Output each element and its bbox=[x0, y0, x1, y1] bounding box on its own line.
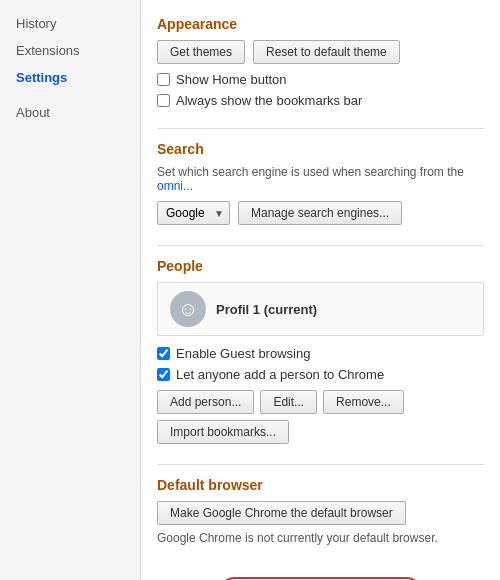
profile-card: ☺ Profil 1 (current) bbox=[157, 282, 484, 336]
add-person-button[interactable]: Add person... bbox=[157, 390, 254, 414]
let-anyone-checkbox[interactable] bbox=[157, 368, 170, 381]
appearance-section: Appearance Get themes Reset to default t… bbox=[157, 16, 484, 108]
reset-theme-button[interactable]: Reset to default theme bbox=[253, 40, 400, 64]
divider-2 bbox=[157, 245, 484, 246]
search-section: Search Set which search engine is used w… bbox=[157, 141, 484, 225]
search-title: Search bbox=[157, 141, 484, 157]
main-content: Appearance Get themes Reset to default t… bbox=[140, 0, 500, 580]
omnibox-link[interactable]: omni... bbox=[157, 179, 193, 193]
show-home-button-checkbox[interactable] bbox=[157, 73, 170, 86]
sidebar-item-about[interactable]: About bbox=[0, 99, 140, 126]
default-browser-title: Default browser bbox=[157, 477, 484, 493]
show-home-button-label: Show Home button bbox=[176, 72, 287, 87]
avatar-icon: ☺ bbox=[178, 298, 198, 321]
manage-search-engines-button[interactable]: Manage search engines... bbox=[238, 201, 402, 225]
show-advanced-section: Show advanced settings... bbox=[157, 565, 484, 580]
enable-guest-label: Enable Guest browsing bbox=[176, 346, 310, 361]
appearance-buttons: Get themes Reset to default theme bbox=[157, 40, 484, 64]
sidebar-item-settings[interactable]: Settings bbox=[0, 64, 140, 91]
appearance-title: Appearance bbox=[157, 16, 484, 32]
sidebar-item-history[interactable]: History bbox=[0, 10, 140, 37]
app-layout: History Extensions Settings About Appear… bbox=[0, 0, 500, 580]
make-default-button[interactable]: Make Google Chrome the default browser bbox=[157, 501, 406, 525]
remove-button[interactable]: Remove... bbox=[323, 390, 404, 414]
let-anyone-label: Let anyone add a person to Chrome bbox=[176, 367, 384, 382]
default-browser-section: Default browser Make Google Chrome the d… bbox=[157, 477, 484, 545]
show-bookmarks-bar-checkbox[interactable] bbox=[157, 94, 170, 107]
import-bookmarks-button[interactable]: Import bookmarks... bbox=[157, 420, 289, 444]
show-bookmarks-bar-label: Always show the bookmarks bar bbox=[176, 93, 362, 108]
people-section: People ☺ Profil 1 (current) Enable Guest… bbox=[157, 258, 484, 444]
search-engine-row: Google Bing Yahoo ▼ Manage search engine… bbox=[157, 201, 484, 225]
enable-guest-checkbox[interactable] bbox=[157, 347, 170, 360]
show-bookmarks-bar-row: Always show the bookmarks bar bbox=[157, 93, 484, 108]
show-home-button-row: Show Home button bbox=[157, 72, 484, 87]
edit-button[interactable]: Edit... bbox=[260, 390, 317, 414]
search-engine-select-wrap: Google Bing Yahoo ▼ bbox=[157, 201, 230, 225]
profile-name: Profil 1 (current) bbox=[216, 302, 317, 317]
divider-1 bbox=[157, 128, 484, 129]
let-anyone-row: Let anyone add a person to Chrome bbox=[157, 367, 484, 382]
sidebar-item-extensions[interactable]: Extensions bbox=[0, 37, 140, 64]
people-action-buttons: Add person... Edit... Remove... Import b… bbox=[157, 390, 484, 444]
get-themes-button[interactable]: Get themes bbox=[157, 40, 245, 64]
search-description: Set which search engine is used when sea… bbox=[157, 165, 484, 193]
search-engine-select[interactable]: Google Bing Yahoo bbox=[157, 201, 230, 225]
divider-3 bbox=[157, 464, 484, 465]
people-title: People bbox=[157, 258, 484, 274]
avatar: ☺ bbox=[170, 291, 206, 327]
sidebar: History Extensions Settings About bbox=[0, 0, 140, 580]
not-default-desc: Google Chrome is not currently your defa… bbox=[157, 531, 484, 545]
enable-guest-row: Enable Guest browsing bbox=[157, 346, 484, 361]
